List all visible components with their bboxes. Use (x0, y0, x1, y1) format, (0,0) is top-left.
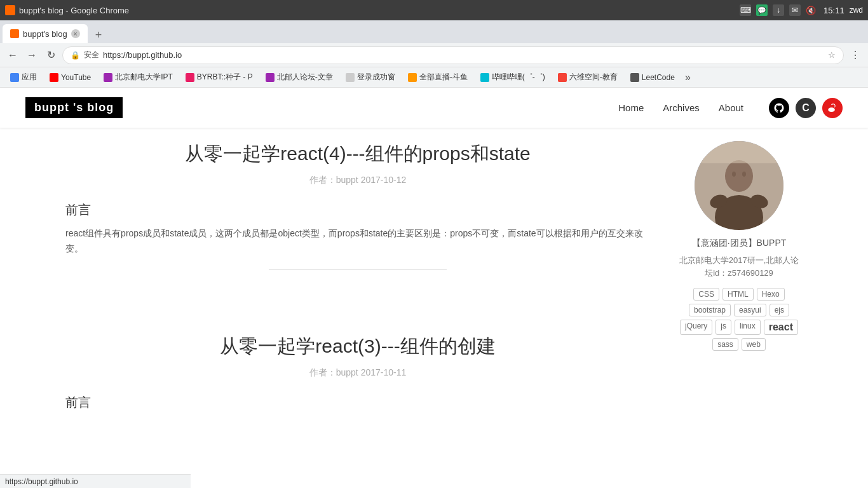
tag-html[interactable]: HTML (722, 288, 754, 301)
email-icon: ✉ (789, 4, 801, 16)
bookmark-leetcode[interactable]: LeetCode (625, 72, 680, 83)
bookmark-bupt2-label: 北邮人论坛-文章 (277, 72, 333, 83)
sixdrive-icon (558, 73, 567, 82)
youtube-icon (50, 73, 58, 82)
tag-easyui[interactable]: easyui (734, 304, 766, 316)
bookmark-youtube[interactable]: YouTube (44, 72, 96, 83)
titlebar-icons: ⌨ 💬 ↓ ✉ 🔇 (740, 4, 816, 16)
content-area: 从零一起学react(4)---组件的props和state 作者：buppt … (65, 141, 650, 470)
post-2-meta: 作者：buppt 2017-10-11 (65, 367, 650, 379)
social-icons: C (769, 98, 843, 118)
codepen-icon[interactable]: C (796, 98, 816, 118)
post-1: 从零一起学react(4)---组件的props和state 作者：buppt … (65, 141, 650, 308)
tag-bootstrap[interactable]: bootstrap (689, 304, 731, 316)
post-1-section: 前言 (65, 201, 650, 219)
svg-point-2 (725, 160, 753, 192)
window-title: buppt's blog - Google Chrome (19, 6, 740, 15)
address-field[interactable]: 🔒 安全 https://buppt.github.io ☆ (62, 46, 844, 64)
bookmark-youtube-label: YouTube (61, 73, 91, 82)
bookmark-bilibili-label: 哔哩哔哩(゜-゜) (492, 72, 545, 83)
weibo-icon[interactable] (822, 98, 843, 118)
addressbar: ← → ↻ 🔒 安全 https://buppt.github.io ☆ ⋮ (0, 43, 868, 67)
bupt-icon (104, 73, 112, 82)
download-icon: ↓ (773, 4, 784, 16)
tabbar: buppt's blog × + (0, 20, 868, 43)
username-label: zwd (850, 6, 863, 15)
titlebar: buppt's blog - Google Chrome ⌨ 💬 ↓ ✉ 🔇 1… (0, 0, 868, 20)
leetcode-icon (630, 73, 639, 82)
new-tab[interactable]: + (88, 27, 110, 43)
douyu-icon (408, 73, 417, 82)
reload-button[interactable]: ↻ (43, 48, 58, 63)
bupt2-icon (266, 73, 275, 82)
tag-css[interactable]: CSS (693, 288, 719, 301)
bookmark-apps[interactable]: 应用 (5, 71, 42, 84)
sidebar: 【意涵团·团员】BUPPT 北京邮电大学2017研一,北邮人论坛id：z5746… (675, 141, 803, 470)
bookmark-bupt[interactable]: 北京邮电大学IPT (98, 71, 178, 84)
security-label: 安全 (84, 50, 99, 60)
post-2: 从零一起学react(3)---组件的创建 作者：buppt 2017-10-1… (65, 334, 650, 444)
post-1-meta: 作者：buppt 2017-10-12 (65, 175, 650, 186)
blog-nav-right: Home Archives About C (618, 98, 843, 118)
byrbt-icon (186, 73, 194, 82)
bookmark-sixdrive[interactable]: 六维空间-教育 (553, 71, 623, 84)
bookmark-apps-label: 应用 (22, 72, 37, 83)
wechat-icon: 💬 (756, 4, 768, 16)
security-lock-icon: 🔒 (71, 51, 80, 60)
bookmark-sixdrive-label: 六维空间-教育 (569, 72, 618, 83)
browser-favicon (5, 5, 15, 15)
bookmark-bupt-label: 北京邮电大学IPT (115, 72, 173, 83)
tab-favicon (10, 29, 19, 38)
bookmark-star-icon[interactable]: ☆ (828, 50, 836, 60)
tab-label: buppt's blog (23, 29, 67, 39)
post-2-section: 前言 (65, 394, 650, 411)
bookmark-byrbt-label: BYRBT::种子 - P (197, 72, 253, 83)
url-text: https://buppt.github.io (103, 50, 182, 60)
bookmark-bilibili[interactable]: 哔哩哔哩(゜-゜) (475, 71, 550, 84)
nav-home[interactable]: Home (618, 102, 644, 113)
new-tab-icon: + (95, 29, 102, 42)
nav-about[interactable]: About (719, 102, 743, 113)
nav-archives[interactable]: Archives (663, 102, 700, 113)
bookmark-douyu[interactable]: 全部直播-斗鱼 (403, 71, 473, 84)
bookmark-douyu-label: 全部直播-斗鱼 (419, 72, 468, 83)
mute-icon: 🔇 (806, 6, 816, 15)
tag-linux[interactable]: linux (735, 320, 761, 335)
forward-button[interactable]: → (24, 48, 39, 63)
author-description: 北京邮电大学2017研一,北邮人论坛id：z574690129 (675, 254, 803, 279)
author-name: 【意涵团·团员】BUPPT (675, 238, 803, 249)
active-tab[interactable]: buppt's blog × (3, 24, 88, 43)
blog-navbar: buppt 's blog Home Archives About C (0, 88, 868, 128)
keyboard-icon: ⌨ (740, 4, 751, 16)
bookmark-login-label: 登录成功窗 (357, 72, 395, 83)
tag-ejs[interactable]: ejs (770, 304, 789, 316)
menu-button[interactable]: ⋮ (848, 48, 863, 63)
tag-hexo[interactable]: Hexo (757, 288, 785, 301)
tag-web[interactable]: web (742, 338, 766, 351)
tag-js[interactable]: js (715, 320, 731, 335)
post-1-excerpt: react组件具有props成员和state成员，这两个成员都是object类型… (65, 226, 650, 257)
bookmark-byrbt[interactable]: BYRBT::种子 - P (180, 71, 258, 84)
tag-react[interactable]: react (764, 320, 798, 335)
main-container: 从零一起学react(4)---组件的props和state 作者：buppt … (53, 128, 815, 470)
tag-jquery[interactable]: jQuery (680, 320, 712, 335)
tag-cloud: CSS HTML Hexo bootstrap easyui ejs jQuer… (675, 288, 803, 351)
post-1-title[interactable]: 从零一起学react(4)---组件的props和state (65, 141, 650, 167)
bookmark-login[interactable]: 登录成功窗 (341, 71, 400, 84)
post-1-divider (269, 269, 447, 270)
blog-logo[interactable]: buppt 's blog (25, 97, 123, 118)
github-icon[interactable] (769, 98, 789, 118)
bilibili-icon (480, 73, 489, 82)
tag-sass[interactable]: sass (712, 338, 738, 351)
bookmarks-bar: 应用 YouTube 北京邮电大学IPT BYRBT::种子 - P 北邮人论坛… (0, 67, 868, 88)
login-icon (346, 73, 355, 82)
svg-rect-8 (695, 141, 783, 163)
bookmarks-more-button[interactable]: » (682, 72, 693, 83)
svg-point-6 (732, 172, 736, 177)
tab-close-button[interactable]: × (71, 29, 80, 38)
bookmark-leetcode-label: LeetCode (642, 73, 675, 82)
avatar-image (695, 141, 783, 230)
bookmark-bupt2[interactable]: 北邮人论坛-文章 (261, 71, 338, 84)
post-2-title[interactable]: 从零一起学react(3)---组件的创建 (65, 334, 650, 360)
back-button[interactable]: ← (5, 48, 20, 63)
